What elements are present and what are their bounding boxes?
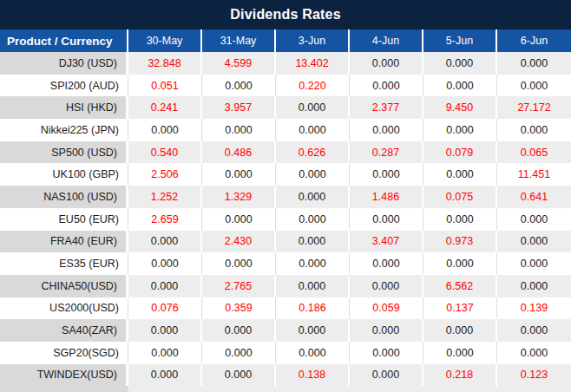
table-row: DJ30 (USD)32.8484.59913.4020.0000.0000.0… bbox=[0, 52, 571, 75]
dividend-value: 0.000 bbox=[497, 231, 571, 253]
column-header-date-2: 31-May bbox=[202, 29, 276, 52]
dividend-value: 0.000 bbox=[423, 342, 497, 364]
table-row: US2000(USD)0.0760.3590.1860.0590.1370.13… bbox=[0, 297, 571, 320]
dividend-value: 1.486 bbox=[350, 186, 423, 208]
dividend-value: 0.973 bbox=[423, 231, 497, 253]
dividend-value: 0.065 bbox=[497, 141, 571, 164]
dividend-value: 0.000 bbox=[202, 163, 276, 186]
column-header-date-6: 6-Jun bbox=[497, 29, 571, 52]
dividend-value: 0.000 bbox=[128, 252, 202, 275]
dividend-value: 2.430 bbox=[202, 231, 276, 253]
dividend-value: 2.506 bbox=[128, 163, 202, 186]
dividend-value: 0.000 bbox=[128, 319, 202, 342]
product-label: TWINDEX(USD) bbox=[0, 364, 128, 387]
dividend-value: 0.137 bbox=[423, 297, 497, 320]
dividend-value: 0.186 bbox=[276, 297, 350, 320]
dividend-value: 13.402 bbox=[276, 52, 350, 75]
dividend-value: 0.000 bbox=[276, 342, 350, 364]
dividend-value: 0.000 bbox=[350, 208, 423, 231]
dividend-value: 0.000 bbox=[128, 342, 202, 364]
table-body: DJ30 (USD)32.8484.59913.4020.0000.0000.0… bbox=[0, 52, 571, 386]
dividend-value: 0.138 bbox=[276, 364, 350, 387]
footer-strip-right bbox=[128, 386, 571, 392]
dividend-value: 0.000 bbox=[350, 75, 423, 97]
dividend-value: 0.000 bbox=[276, 208, 350, 231]
product-label: SP500 (USD) bbox=[0, 141, 128, 164]
product-label: SA40(ZAR) bbox=[0, 319, 128, 342]
product-label: SGP20(SGD) bbox=[0, 342, 128, 364]
dividend-value: 27.172 bbox=[497, 96, 571, 119]
dividend-value: 0.000 bbox=[350, 52, 423, 75]
dividend-value: 0.287 bbox=[350, 141, 423, 164]
table-row: NAS100 (USD)1.2521.3290.0001.4860.0750.6… bbox=[0, 186, 571, 208]
dividend-value: 0.000 bbox=[202, 364, 276, 387]
dividend-value: 3.407 bbox=[350, 231, 423, 253]
product-label: HSI (HKD) bbox=[0, 96, 128, 119]
footer-strip-left bbox=[0, 386, 128, 392]
table-row: SGP20(SGD)0.0000.0000.0000.0000.0000.000 bbox=[0, 342, 571, 364]
dividend-value: 0.241 bbox=[128, 96, 202, 119]
dividend-value: 0.079 bbox=[423, 141, 497, 164]
dividend-value: 0.000 bbox=[128, 231, 202, 253]
dividend-value: 0.059 bbox=[350, 297, 423, 320]
dividend-value: 32.848 bbox=[128, 52, 202, 75]
dividend-value: 0.000 bbox=[497, 342, 571, 364]
table-row: SPI200 (AUD)0.0510.0000.2200.0000.0000.0… bbox=[0, 75, 571, 97]
dividend-value: 0.000 bbox=[276, 319, 350, 342]
dividend-value: 0.000 bbox=[128, 119, 202, 141]
dividend-value: 0.000 bbox=[276, 186, 350, 208]
dividend-value: 0.000 bbox=[423, 75, 497, 97]
dividend-value: 0.000 bbox=[202, 252, 276, 275]
dividend-value: 3.957 bbox=[202, 96, 276, 119]
table-row: SA40(ZAR)0.0000.0000.0000.0000.0000.000 bbox=[0, 319, 571, 342]
dividend-value: 0.075 bbox=[423, 186, 497, 208]
product-label: NAS100 (USD) bbox=[0, 186, 128, 208]
product-label: Nikkei225 (JPN) bbox=[0, 119, 128, 141]
dividend-value: 0.000 bbox=[350, 163, 423, 186]
column-header-date-5: 5-Jun bbox=[423, 29, 497, 52]
product-label: SPI200 (AUD) bbox=[0, 75, 128, 97]
dividend-value: 2.659 bbox=[128, 208, 202, 231]
dividend-value: 0.000 bbox=[276, 96, 350, 119]
dividend-value: 0.641 bbox=[497, 186, 571, 208]
product-label: DJ30 (USD) bbox=[0, 52, 128, 75]
dividend-value: 6.562 bbox=[423, 275, 497, 297]
dividend-value: 0.123 bbox=[497, 364, 571, 387]
dividend-value: 0.000 bbox=[497, 52, 571, 75]
dividend-value: 0.000 bbox=[423, 119, 497, 141]
dividend-value: 4.599 bbox=[202, 52, 276, 75]
dividend-value: 0.000 bbox=[497, 75, 571, 97]
product-label: UK100 (GBP) bbox=[0, 163, 128, 186]
dividend-value: 2.765 bbox=[202, 275, 276, 297]
dividend-value: 0.000 bbox=[423, 252, 497, 275]
dividend-value: 0.000 bbox=[423, 319, 497, 342]
dividend-value: 0.000 bbox=[276, 252, 350, 275]
footer-strip bbox=[0, 386, 571, 392]
column-header-date-1: 30-May bbox=[128, 29, 202, 52]
title-bar: Dividends Rates bbox=[0, 0, 571, 29]
dividend-value: 0.000 bbox=[276, 231, 350, 253]
dividend-value: 0.540 bbox=[128, 141, 202, 164]
dividend-value: 0.000 bbox=[128, 275, 202, 297]
dividend-value: 1.329 bbox=[202, 186, 276, 208]
dividend-value: 0.000 bbox=[497, 119, 571, 141]
dividend-value: 0.076 bbox=[128, 297, 202, 320]
table-row: FRA40 (EUR)0.0002.4300.0003.4070.9730.00… bbox=[0, 231, 571, 253]
dividend-value: 0.000 bbox=[276, 275, 350, 297]
table-row: UK100 (GBP)2.5060.0000.0000.0000.00011.4… bbox=[0, 163, 571, 186]
dividend-value: 0.000 bbox=[202, 342, 276, 364]
dividend-value: 0.218 bbox=[423, 364, 497, 387]
dividend-value: 0.000 bbox=[423, 163, 497, 186]
dividend-value: 0.000 bbox=[276, 163, 350, 186]
table-row: TWINDEX(USD)0.0000.0000.1380.0000.2180.1… bbox=[0, 364, 571, 387]
table-header-row: Product / Currency 30-May 31-May 3-Jun 4… bbox=[0, 29, 571, 52]
dividend-value: 0.000 bbox=[202, 119, 276, 141]
dividend-value: 0.626 bbox=[276, 141, 350, 164]
dividend-value: 2.377 bbox=[350, 96, 423, 119]
dividend-value: 0.000 bbox=[423, 208, 497, 231]
dividend-value: 0.051 bbox=[128, 75, 202, 97]
dividend-value: 0.486 bbox=[202, 141, 276, 164]
page-title: Dividends Rates bbox=[230, 7, 340, 23]
dividend-value: 0.000 bbox=[497, 275, 571, 297]
dividend-value: 0.139 bbox=[497, 297, 571, 320]
